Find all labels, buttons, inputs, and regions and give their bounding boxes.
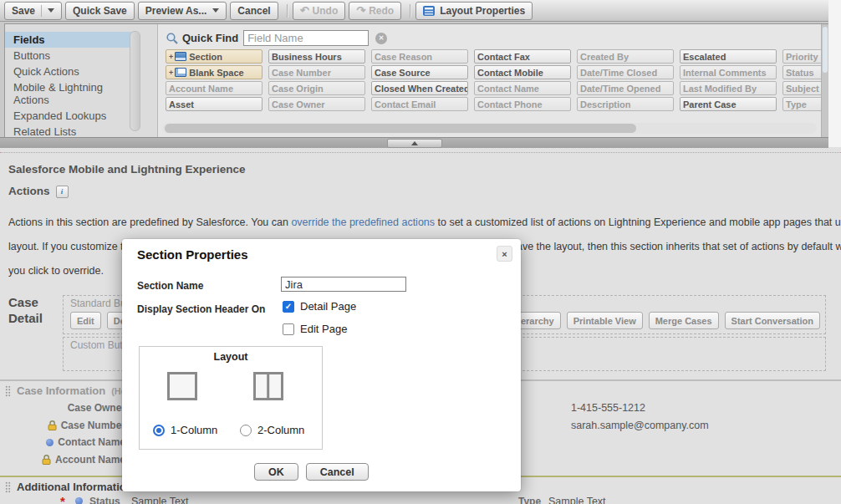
redo-button[interactable]: ↷ Redo — [349, 2, 401, 20]
edit-page-checkbox[interactable] — [283, 323, 294, 335]
sidebar-item-expanded-lookups[interactable]: Expanded Lookups — [5, 108, 135, 124]
case-info-values: 1-415-555-1212sarah.sample@company.com — [571, 400, 709, 434]
sidebar-item-related-lists[interactable]: Related Lists — [5, 124, 135, 138]
section-name-input[interactable] — [281, 277, 406, 292]
toolbar-separator — [410, 4, 410, 18]
quick-find-label: Quick Find — [182, 32, 238, 44]
undo-button[interactable]: ↶ Undo — [293, 2, 346, 20]
undo-icon: ↶ — [300, 4, 309, 17]
drag-handle-icon[interactable] — [5, 481, 11, 493]
field-row[interactable]: Contact Name — [0, 434, 125, 451]
collapse-panel-button[interactable] — [387, 139, 442, 148]
quick-save-button[interactable]: Quick Save — [65, 2, 135, 20]
palette-item-label: Contact Phone — [477, 99, 543, 109]
palette-item-label: Case Reason — [375, 52, 432, 62]
required-asterisk-icon: * — [60, 494, 65, 504]
palette-item[interactable]: Closed When Created — [371, 81, 468, 95]
hscrollbar-thumb[interactable] — [165, 124, 636, 133]
quick-find-input[interactable] — [243, 30, 369, 46]
palette-item[interactable]: +Blank Space — [166, 65, 262, 79]
palette-item[interactable]: Contact Fax — [474, 49, 571, 64]
palette-item[interactable]: Case Reason — [371, 49, 468, 64]
sidebar-item-buttons[interactable]: Buttons — [5, 48, 135, 64]
palette-item-label: Internal Comments — [683, 68, 767, 78]
standard-buttons-right: se HierarchyPrintable ViewMerge CasesSta… — [492, 312, 820, 329]
case-info-labels: Case OwnerCase NumberContact NameAccount… — [0, 400, 125, 468]
clear-icon[interactable] — [375, 33, 387, 44]
detail-button-start-conversation[interactable]: Start Conversation — [725, 312, 820, 329]
palette-item-label: Last Modified By — [683, 84, 757, 94]
palette-item-label: Closed When Created — [375, 84, 468, 94]
palette-item[interactable]: Contact Mobile — [474, 65, 571, 79]
detail-button-merge-cases[interactable]: Merge Cases — [649, 312, 719, 329]
palette-item[interactable]: Asset — [166, 97, 262, 111]
section-icon — [175, 52, 186, 61]
drag-handle-icon[interactable] — [5, 385, 11, 397]
page-layout-editor: Save Quick Save Preview As... Cancel ↶ U… — [0, 0, 841, 504]
redo-icon: ↷ — [356, 4, 365, 17]
lock-icon — [42, 455, 51, 465]
palette-item-label: Status — [786, 68, 814, 78]
palette-item[interactable]: Case Number — [268, 65, 365, 79]
palette-hscrollbar[interactable] — [162, 123, 817, 134]
detail-button-edit[interactable]: Edit — [70, 312, 101, 329]
palette-item[interactable]: Contact Name — [474, 81, 571, 95]
sidebar-scrollbar[interactable] — [130, 31, 140, 131]
palette-panel: FieldsButtonsQuick ActionsMobile & Light… — [4, 23, 829, 138]
palette-item[interactable]: Business Hours — [268, 49, 365, 64]
close-icon[interactable]: × — [497, 246, 512, 262]
palette-item[interactable]: Case Source — [371, 65, 468, 79]
field-row[interactable]: Case Number — [0, 417, 125, 435]
palette-item[interactable]: Created By — [577, 49, 674, 64]
palette-item[interactable]: +Section — [166, 49, 262, 64]
right-gutter — [828, 0, 841, 147]
case-detail-title: Case Detail — [8, 294, 57, 326]
undo-label: Undo — [313, 5, 339, 17]
override-actions-link[interactable]: override the predefined actions — [291, 216, 435, 228]
palette-sidebar: FieldsButtonsQuick ActionsMobile & Light… — [5, 24, 158, 137]
palette-item[interactable]: Escalated — [680, 49, 777, 64]
layout-properties-button[interactable]: Layout Properties — [415, 2, 533, 20]
palette-item[interactable]: Account Name — [166, 81, 262, 95]
field-label: Case Number — [61, 420, 125, 431]
heading-line1: Salesforce Mobile and Lightning Experien… — [8, 161, 246, 178]
palette-item[interactable]: Internal Comments — [680, 65, 777, 79]
two-column-radio[interactable] — [240, 425, 252, 436]
palette-item-label: Business Hours — [272, 52, 342, 62]
sidebar-item-mobile-lightning-actions[interactable]: Mobile & Lightning Actions — [5, 79, 135, 108]
layout-editor-panel: Save Quick Save Preview As... Cancel ↶ U… — [0, 0, 828, 147]
palette-item[interactable]: Case Owner — [268, 97, 365, 111]
standard-buttons-label: Standard Bu — [70, 298, 126, 309]
detail-button-printable-view[interactable]: Printable View — [567, 312, 643, 329]
quick-find-bar: Quick Find — [166, 30, 387, 46]
field-row[interactable]: Account Name — [0, 451, 125, 469]
palette-item-label: Escalated — [683, 52, 726, 62]
one-column-radio[interactable] — [153, 425, 165, 436]
info-icon[interactable]: i — [56, 186, 69, 198]
cancel-button[interactable]: Cancel — [230, 2, 278, 20]
vscrollbar-thumb[interactable] — [823, 27, 828, 73]
palette-vscrollbar[interactable] — [821, 24, 828, 137]
dialog-cancel-button[interactable]: Cancel — [306, 463, 369, 481]
detail-page-checkbox[interactable] — [283, 301, 294, 313]
field-row[interactable]: Case Owner — [0, 400, 125, 417]
palette-item[interactable]: Last Modified By — [680, 81, 777, 95]
two-column-option: 2-Column — [240, 424, 304, 436]
sidebar-item-fields[interactable]: Fields — [5, 32, 135, 48]
palette-item[interactable]: Contact Phone — [474, 97, 571, 111]
ok-button[interactable]: OK — [254, 463, 298, 481]
palette-item-label: Priority — [786, 52, 818, 62]
palette-item-label: Section — [189, 52, 222, 62]
caret-down-icon[interactable] — [48, 8, 54, 13]
palette-item[interactable]: Description — [577, 97, 674, 111]
status-field-label: Status — [89, 496, 120, 504]
palette-item[interactable]: Case Origin — [268, 81, 365, 95]
palette-item[interactable]: Date/Time Opened — [577, 81, 674, 95]
detail-page-option: Detail Page — [283, 300, 356, 313]
palette-item[interactable]: Parent Case — [680, 97, 777, 111]
palette-item[interactable]: Date/Time Closed — [577, 65, 674, 79]
sidebar-item-quick-actions[interactable]: Quick Actions — [5, 64, 135, 79]
preview-as-button[interactable]: Preview As... — [138, 2, 227, 20]
save-button[interactable]: Save — [4, 2, 62, 20]
palette-item[interactable]: Contact Email — [371, 97, 468, 111]
